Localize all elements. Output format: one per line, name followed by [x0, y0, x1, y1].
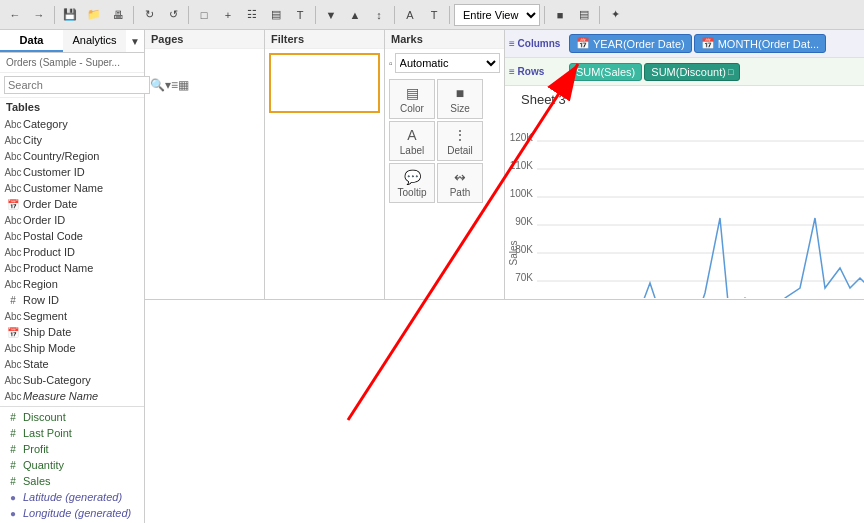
- field-order-id[interactable]: Abc Order ID: [0, 212, 144, 228]
- undo-button[interactable]: ↻: [138, 4, 160, 26]
- save-button[interactable]: 💾: [59, 4, 81, 26]
- field-name-lastpoint: Last Point: [23, 427, 72, 439]
- rows-pill-discount[interactable]: SUM(Discount) □: [644, 63, 740, 81]
- field-category[interactable]: Abc Category: [0, 116, 144, 132]
- sidebar: Data Analytics ▼ Orders (Sample - Super.…: [0, 30, 145, 523]
- search-input[interactable]: [4, 76, 150, 94]
- toolbar-btn-6[interactable]: ☷: [241, 4, 263, 26]
- share-button[interactable]: ✦: [604, 4, 626, 26]
- field-country[interactable]: Abc Country/Region: [0, 148, 144, 164]
- field-order-date[interactable]: 📅 Order Date: [0, 196, 144, 212]
- marks-detail-btn[interactable]: ⋮ Detail: [437, 121, 483, 161]
- field-latitude[interactable]: ● Latitude (generated): [0, 489, 144, 505]
- columns-label: ≡ Columns: [509, 38, 569, 49]
- marks-label-btn[interactable]: A Label: [389, 121, 435, 161]
- field-row-id[interactable]: # Row ID: [0, 292, 144, 308]
- field-profit[interactable]: # Profit: [0, 441, 144, 457]
- field-name-orderid: Order ID: [23, 214, 65, 226]
- toolbar-btn-10[interactable]: ▲: [344, 4, 366, 26]
- columns-pill-year[interactable]: 📅 YEAR(Order Date): [569, 34, 692, 53]
- field-name-longitude: Longitude (generated): [23, 507, 131, 519]
- field-product-id[interactable]: Abc Product ID: [0, 244, 144, 260]
- separator-2: [133, 6, 134, 24]
- toolbar-btn-8[interactable]: T: [289, 4, 311, 26]
- color-btn-icon: ▤: [406, 85, 419, 101]
- rows-shelf: ≡ Rows SUM(Sales) SUM(Discount) □: [505, 58, 864, 86]
- field-discount[interactable]: # Discount: [0, 409, 144, 425]
- field-ship-mode[interactable]: Abc Ship Mode: [0, 340, 144, 356]
- field-state[interactable]: Abc State: [0, 356, 144, 372]
- view-dropdown[interactable]: Entire View: [454, 4, 540, 26]
- field-name-productname: Product Name: [23, 262, 93, 274]
- field-name-rowid: Row ID: [23, 294, 59, 306]
- field-postal-code[interactable]: Abc Postal Code: [0, 228, 144, 244]
- toolbar-btn-13[interactable]: T: [423, 4, 445, 26]
- columns-pill-month[interactable]: 📅 MONTH(Order Dat...: [694, 34, 826, 53]
- abc-icon-shipmode: Abc: [6, 341, 20, 355]
- toolbar-btn-11[interactable]: ↕: [368, 4, 390, 26]
- field-customer-name[interactable]: Abc Customer Name: [0, 180, 144, 196]
- geo-icon-latitude: ●: [6, 490, 20, 504]
- field-ship-date[interactable]: 📅 Ship Date: [0, 324, 144, 340]
- marks-size-btn[interactable]: ■ Size: [437, 79, 483, 119]
- rows-pill-sales[interactable]: SUM(Sales): [569, 63, 642, 81]
- svg-text:100K: 100K: [510, 188, 534, 199]
- abc-icon-orderid: Abc: [6, 213, 20, 227]
- field-name-shipmode: Ship Mode: [23, 342, 76, 354]
- redo-button[interactable]: ↺: [162, 4, 184, 26]
- tables-section: Tables Abc Category Abc City Abc Country…: [0, 98, 144, 523]
- toolbar-btn-14[interactable]: ■: [549, 4, 571, 26]
- center-area: Pages Filters Marks ▫ Automatic: [145, 30, 864, 523]
- chart-title: Sheet 3: [505, 86, 864, 113]
- separator-1: [54, 6, 55, 24]
- field-name-profit: Profit: [23, 443, 49, 455]
- separator-5: [394, 6, 395, 24]
- field-region[interactable]: Abc Region: [0, 276, 144, 292]
- marks-detail-label: Detail: [447, 145, 473, 156]
- toolbar-btn-12[interactable]: A: [399, 4, 421, 26]
- toolbar-btn-15[interactable]: ▤: [573, 4, 595, 26]
- pages-panel: Pages: [145, 30, 265, 300]
- field-customer-id[interactable]: Abc Customer ID: [0, 164, 144, 180]
- tab-data[interactable]: Data: [0, 30, 63, 52]
- separator-4: [315, 6, 316, 24]
- field-name-subcategory: Sub-Category: [23, 374, 91, 386]
- toolbar-btn-4[interactable]: □: [193, 4, 215, 26]
- field-segment[interactable]: Abc Segment: [0, 308, 144, 324]
- back-button[interactable]: ←: [4, 4, 26, 26]
- open-button[interactable]: 📁: [83, 4, 105, 26]
- field-measure-name[interactable]: Abc Measure Name: [0, 388, 144, 404]
- print-button[interactable]: 🖶: [107, 4, 129, 26]
- field-name-sales: Sales: [23, 475, 51, 487]
- toolbar-btn-7[interactable]: ▤: [265, 4, 287, 26]
- tab-analytics[interactable]: Analytics: [63, 30, 126, 52]
- marks-type-select[interactable]: Automatic: [395, 53, 500, 73]
- field-last-point[interactable]: # Last Point: [0, 425, 144, 441]
- field-sub-category[interactable]: Abc Sub-Category: [0, 372, 144, 388]
- discount-pill-cursor: □: [728, 67, 733, 77]
- forward-button[interactable]: →: [28, 4, 50, 26]
- sidebar-menu-btn[interactable]: ▼: [126, 30, 144, 52]
- marks-tooltip-btn[interactable]: 💬 Tooltip: [389, 163, 435, 203]
- field-quantity[interactable]: # Quantity: [0, 457, 144, 473]
- size-btn-icon: ■: [456, 85, 464, 101]
- svg-text:110K: 110K: [510, 160, 534, 171]
- month-pill-text: MONTH(Order Dat...: [718, 38, 819, 50]
- field-name-discount: Discount: [23, 411, 66, 423]
- toolbar-btn-9[interactable]: ▼: [320, 4, 342, 26]
- field-name-city: City: [23, 134, 42, 146]
- toolbar-btn-5[interactable]: +: [217, 4, 239, 26]
- field-product-name[interactable]: Abc Product Name: [0, 260, 144, 276]
- field-longitude[interactable]: ● Longitude (generated): [0, 505, 144, 521]
- marks-buttons: ▤ Color ■ Size A Label ⋮: [385, 77, 504, 205]
- rows-label: ≡ Rows: [509, 66, 569, 77]
- pages-title: Pages: [145, 30, 264, 49]
- abc-icon-customerid: Abc: [6, 165, 20, 179]
- marks-path-btn[interactable]: ↭ Path: [437, 163, 483, 203]
- marks-color-btn[interactable]: ▤ Color: [389, 79, 435, 119]
- field-city[interactable]: Abc City: [0, 132, 144, 148]
- label-btn-icon: A: [407, 127, 416, 143]
- fields-separator: [0, 406, 144, 407]
- field-sales[interactable]: # Sales: [0, 473, 144, 489]
- year-pill-text: YEAR(Order Date): [593, 38, 685, 50]
